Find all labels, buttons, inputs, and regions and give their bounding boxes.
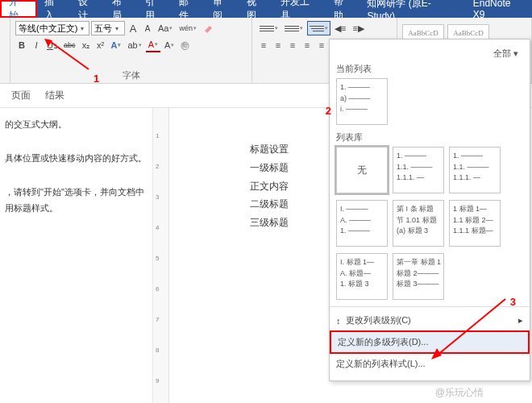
- change-case-button[interactable]: Aa: [156, 21, 175, 35]
- font-group: 等线(中文正文)▾ 五号▾ A A Aa wén B I U abc x₂ x²…: [10, 18, 252, 83]
- italic-button[interactable]: I: [30, 38, 43, 52]
- nav-results[interactable]: 结果: [45, 89, 64, 102]
- tab-developer[interactable]: 开发工具: [273, 0, 326, 18]
- font-name-select[interactable]: 等线(中文正文)▾: [15, 21, 89, 35]
- lib-thumb-4[interactable]: 第 I 条 标题 节 1.01 标题 (a) 标题 3: [393, 200, 444, 247]
- define-new-multilevel[interactable]: 定义新的多级列表(D)...: [330, 330, 530, 354]
- decrease-indent-button[interactable]: ◀≡: [332, 21, 348, 35]
- document-body[interactable]: 标题设置 一级标题 正文内容 二级标题 三级标题: [169, 108, 330, 403]
- nav-pane-text: 的交互式大纲。 具体位置或快速移动内容的好方式。 ，请转到"开始"选项卡，并向文…: [0, 108, 153, 403]
- highlight-button[interactable]: ab: [125, 38, 143, 52]
- phonetic-button[interactable]: wén: [177, 21, 199, 35]
- font-group-label: 字体: [15, 68, 247, 83]
- clipboard-group: [0, 18, 10, 83]
- tab-insert[interactable]: 插入: [37, 0, 71, 18]
- align-left-button[interactable]: ≡: [257, 38, 270, 52]
- superscript-button[interactable]: x²: [94, 38, 106, 52]
- increase-indent-button[interactable]: ≡▶: [350, 21, 366, 35]
- lib-none[interactable]: 无: [336, 147, 388, 193]
- current-list-thumb[interactable]: 1. ――― a) ――― i. ―――: [336, 78, 388, 125]
- lib-thumb-7[interactable]: 第一章 标题 1 标题 2――― 标题 3―――: [393, 253, 444, 300]
- tab-view[interactable]: 视图: [239, 0, 273, 18]
- char-shading-button[interactable]: A: [162, 38, 177, 52]
- shrink-font-button[interactable]: A: [141, 21, 154, 35]
- nav-page[interactable]: 页面: [11, 89, 31, 102]
- annotation-3: 3: [510, 296, 516, 308]
- justify-button[interactable]: ≡: [301, 38, 314, 52]
- clear-format-button[interactable]: [201, 21, 217, 35]
- tab-home[interactable]: 开始: [0, 0, 37, 18]
- watermark: @乐玩心情: [435, 386, 484, 400]
- bullets-button[interactable]: [257, 21, 281, 35]
- distribute-button[interactable]: ≡: [315, 38, 328, 52]
- tab-layout[interactable]: 布局: [105, 0, 139, 18]
- align-right-button[interactable]: ≡: [286, 38, 299, 52]
- tab-endnote[interactable]: EndNote X9: [466, 0, 532, 18]
- strike-button[interactable]: abc: [61, 38, 78, 52]
- tab-help[interactable]: 帮助: [326, 0, 360, 18]
- multilevel-list-button[interactable]: [307, 21, 330, 35]
- align-center-button[interactable]: ≡: [272, 38, 285, 52]
- lib-thumb-6[interactable]: I. 标题 1― A. 标题― 1. 标题 3: [336, 253, 388, 300]
- multilevel-dropdown: 全部 ▾ 当前列表 1. ――― a) ――― i. ――― 列表库 无 1. …: [329, 39, 530, 381]
- tab-estudy[interactable]: 知网研学 (原E-Study): [360, 0, 465, 18]
- lib-thumb-2[interactable]: 1. ――― 1.1. ――― 1.1.1. ―: [449, 147, 501, 193]
- char-border-button[interactable]: ㊞: [178, 38, 192, 52]
- ribbon-tabs: 开始 插入 设计 布局 引用 邮件 审阅 视图 开发工具 帮助 知网研学 (原E…: [0, 0, 532, 18]
- lib-thumb-5[interactable]: 1 标题 1― 1.1 标题 2― 1.1.1 标题―: [449, 200, 501, 247]
- font-color-button[interactable]: A: [146, 38, 160, 52]
- grow-font-button[interactable]: A: [127, 21, 139, 35]
- text-effects-button[interactable]: A: [108, 38, 123, 52]
- tab-references[interactable]: 引用: [138, 0, 172, 18]
- numbering-button[interactable]: [282, 21, 305, 35]
- dd-current-label: 当前列表: [336, 63, 523, 75]
- tab-design[interactable]: 设计: [71, 0, 105, 18]
- annotation-1: 1: [94, 73, 99, 85]
- subscript-button[interactable]: x₂: [79, 38, 92, 52]
- tab-mailings[interactable]: 邮件: [172, 0, 206, 18]
- lib-thumb-1[interactable]: 1. ――― 1.1. ――― 1.1.1. ―: [393, 147, 444, 193]
- underline-button[interactable]: U: [44, 38, 60, 52]
- dd-all[interactable]: 全部 ▾: [336, 48, 523, 60]
- bold-button[interactable]: B: [15, 38, 28, 52]
- vertical-ruler: 123456789: [153, 108, 169, 403]
- change-list-level[interactable]: ↕更改列表级别(C)▸: [330, 310, 530, 330]
- tab-review[interactable]: 审阅: [206, 0, 239, 18]
- lib-thumb-3[interactable]: I. ――― A. ――― 1. ―――: [336, 200, 388, 247]
- font-size-select[interactable]: 五号▾: [91, 21, 125, 35]
- define-new-list-style[interactable]: 定义新的列表样式(L)...: [330, 354, 530, 374]
- dd-library-label: 列表库: [336, 131, 523, 143]
- annotation-2: 2: [326, 105, 331, 117]
